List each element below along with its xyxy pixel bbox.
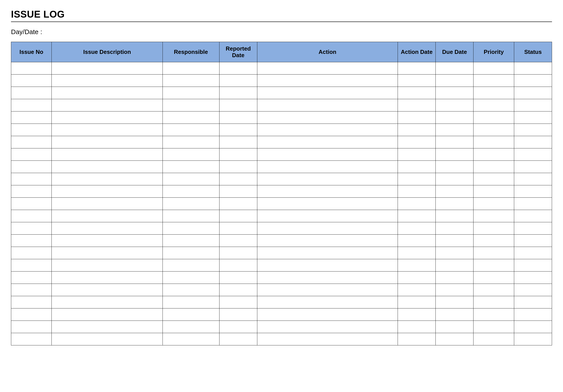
cell-due_date[interactable] — [436, 136, 473, 148]
cell-action[interactable] — [257, 173, 398, 185]
cell-priority[interactable] — [473, 161, 514, 173]
cell-priority[interactable] — [473, 112, 514, 124]
cell-due_date[interactable] — [436, 87, 473, 99]
cell-issue_desc[interactable] — [52, 99, 163, 112]
cell-action_date[interactable] — [398, 296, 436, 308]
cell-action[interactable] — [257, 308, 398, 321]
cell-issue_desc[interactable] — [52, 247, 163, 259]
cell-issue_no[interactable] — [11, 296, 52, 308]
cell-reported[interactable] — [219, 112, 257, 124]
cell-reported[interactable] — [219, 321, 257, 333]
cell-due_date[interactable] — [436, 62, 473, 75]
cell-action_date[interactable] — [398, 185, 436, 198]
cell-responsible[interactable] — [163, 185, 219, 198]
cell-status[interactable] — [514, 62, 552, 75]
cell-action[interactable] — [257, 198, 398, 210]
cell-due_date[interactable] — [436, 259, 473, 272]
cell-issue_desc[interactable] — [52, 185, 163, 198]
cell-priority[interactable] — [473, 99, 514, 112]
cell-responsible[interactable] — [163, 87, 219, 99]
cell-action[interactable] — [257, 321, 398, 333]
cell-issue_no[interactable] — [11, 235, 52, 247]
cell-reported[interactable] — [219, 259, 257, 272]
cell-issue_no[interactable] — [11, 75, 52, 87]
cell-issue_desc[interactable] — [52, 112, 163, 124]
cell-due_date[interactable] — [436, 333, 473, 345]
cell-reported[interactable] — [219, 185, 257, 198]
cell-reported[interactable] — [219, 87, 257, 99]
cell-status[interactable] — [514, 296, 552, 308]
cell-due_date[interactable] — [436, 99, 473, 112]
cell-action_date[interactable] — [398, 99, 436, 112]
cell-issue_desc[interactable] — [52, 272, 163, 284]
cell-action[interactable] — [257, 136, 398, 148]
cell-status[interactable] — [514, 161, 552, 173]
cell-due_date[interactable] — [436, 210, 473, 222]
cell-issue_desc[interactable] — [52, 161, 163, 173]
cell-priority[interactable] — [473, 235, 514, 247]
cell-priority[interactable] — [473, 185, 514, 198]
cell-reported[interactable] — [219, 272, 257, 284]
cell-status[interactable] — [514, 198, 552, 210]
cell-reported[interactable] — [219, 148, 257, 161]
cell-priority[interactable] — [473, 308, 514, 321]
cell-action[interactable] — [257, 87, 398, 99]
cell-action[interactable] — [257, 112, 398, 124]
cell-action_date[interactable] — [398, 321, 436, 333]
cell-issue_desc[interactable] — [52, 333, 163, 345]
cell-action_date[interactable] — [398, 112, 436, 124]
cell-issue_desc[interactable] — [52, 321, 163, 333]
cell-action_date[interactable] — [398, 124, 436, 136]
cell-issue_no[interactable] — [11, 99, 52, 112]
cell-action[interactable] — [257, 259, 398, 272]
cell-action_date[interactable] — [398, 75, 436, 87]
cell-responsible[interactable] — [163, 296, 219, 308]
cell-action_date[interactable] — [398, 87, 436, 99]
cell-action[interactable] — [257, 284, 398, 296]
cell-priority[interactable] — [473, 87, 514, 99]
cell-reported[interactable] — [219, 124, 257, 136]
cell-action[interactable] — [257, 272, 398, 284]
cell-status[interactable] — [514, 272, 552, 284]
cell-status[interactable] — [514, 148, 552, 161]
cell-priority[interactable] — [473, 148, 514, 161]
cell-action[interactable] — [257, 235, 398, 247]
cell-due_date[interactable] — [436, 148, 473, 161]
cell-action_date[interactable] — [398, 173, 436, 185]
cell-reported[interactable] — [219, 247, 257, 259]
cell-action[interactable] — [257, 185, 398, 198]
cell-status[interactable] — [514, 75, 552, 87]
cell-action[interactable] — [257, 148, 398, 161]
cell-responsible[interactable] — [163, 333, 219, 345]
cell-priority[interactable] — [473, 62, 514, 75]
cell-status[interactable] — [514, 210, 552, 222]
cell-reported[interactable] — [219, 62, 257, 75]
cell-action_date[interactable] — [398, 333, 436, 345]
cell-issue_no[interactable] — [11, 272, 52, 284]
cell-responsible[interactable] — [163, 112, 219, 124]
cell-issue_desc[interactable] — [52, 210, 163, 222]
cell-issue_no[interactable] — [11, 185, 52, 198]
cell-issue_desc[interactable] — [52, 222, 163, 235]
cell-issue_no[interactable] — [11, 321, 52, 333]
cell-due_date[interactable] — [436, 222, 473, 235]
cell-priority[interactable] — [473, 333, 514, 345]
cell-action[interactable] — [257, 210, 398, 222]
cell-issue_no[interactable] — [11, 247, 52, 259]
cell-reported[interactable] — [219, 161, 257, 173]
cell-reported[interactable] — [219, 284, 257, 296]
cell-issue_no[interactable] — [11, 112, 52, 124]
cell-action_date[interactable] — [398, 222, 436, 235]
cell-due_date[interactable] — [436, 247, 473, 259]
cell-issue_desc[interactable] — [52, 136, 163, 148]
cell-responsible[interactable] — [163, 321, 219, 333]
cell-issue_desc[interactable] — [52, 235, 163, 247]
cell-due_date[interactable] — [436, 161, 473, 173]
cell-reported[interactable] — [219, 222, 257, 235]
cell-priority[interactable] — [473, 75, 514, 87]
cell-reported[interactable] — [219, 235, 257, 247]
cell-priority[interactable] — [473, 321, 514, 333]
cell-responsible[interactable] — [163, 210, 219, 222]
cell-reported[interactable] — [219, 173, 257, 185]
cell-status[interactable] — [514, 87, 552, 99]
